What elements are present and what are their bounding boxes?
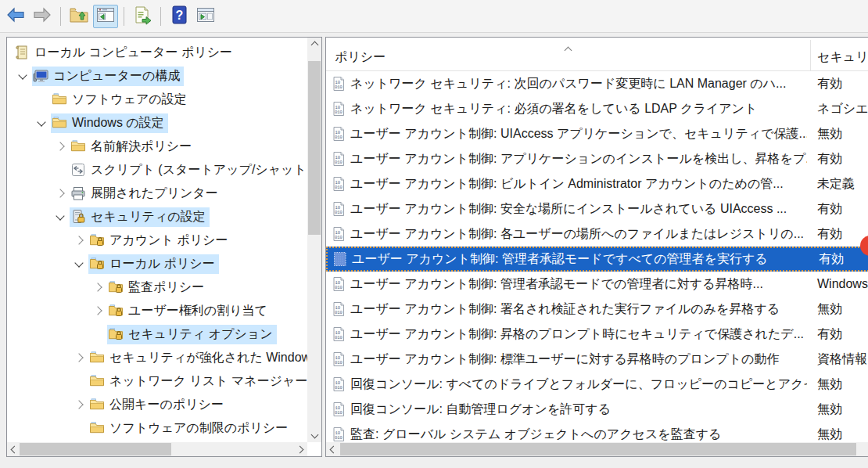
policy-row[interactable]: 10010回復コンソール: 自動管理ログオンを許可する無効 <box>326 397 868 422</box>
policy-row[interactable]: 10010ネットワーク セキュリティ: 必須の署名をしている LDAP クライア… <box>326 96 868 121</box>
policy-security-setting: 資格情報を要求する <box>817 351 868 368</box>
tree-item-label: コンピューターの構成 <box>53 68 180 85</box>
up-one-level-button[interactable] <box>66 5 91 28</box>
tree-item[interactable]: ソフトウェアの設定 <box>7 88 307 111</box>
policy-row[interactable]: ユーザー アカウント制御: 管理者承認モードですべての管理者を実行する有効 <box>326 247 868 272</box>
svg-text:010: 010 <box>335 310 343 315</box>
list-horizontal-scrollbar[interactable] <box>326 442 868 456</box>
folder-icon <box>52 92 67 107</box>
tree-item[interactable]: 公開キーのポリシー <box>7 393 307 416</box>
svg-text:010: 010 <box>335 85 343 90</box>
svg-text:?: ? <box>176 9 184 22</box>
show-console-tree-button[interactable] <box>93 5 118 28</box>
tree-item-label: 公開キーのポリシー <box>109 397 224 413</box>
chevron-right-icon[interactable] <box>88 284 107 290</box>
policy-row[interactable]: 10010ユーザー アカウント制御: 昇格のプロンプト時にセキュリティで保護され… <box>326 322 868 347</box>
show-action-pane-button[interactable] <box>193 5 218 28</box>
policy-row[interactable]: 10010ネットワーク セキュリティ: 次回のパスワード変更時に LAN Man… <box>326 71 868 96</box>
policy-name: ユーザー アカウント制御: 署名され検証された実行ファイルのみを昇格する <box>350 301 807 318</box>
policy-name: ネットワーク セキュリティ: 次回のパスワード変更時に LAN Manager … <box>350 76 807 92</box>
chevron-right-icon[interactable] <box>70 401 88 408</box>
chevron-down-icon[interactable] <box>32 121 51 125</box>
list-hscroll-thumb[interactable] <box>340 443 856 455</box>
policy-row[interactable]: 10010ユーザー アカウント制御: UIAccess アプリケーションで、セキ… <box>326 121 868 146</box>
scroll-left-icon[interactable] <box>7 443 20 455</box>
tree-item[interactable]: ローカル ポリシー <box>7 252 307 275</box>
scroll-left-icon[interactable] <box>326 443 339 455</box>
policy-row[interactable]: 10010ユーザー アカウント制御: 署名され検証された実行ファイルのみを昇格す… <box>326 297 868 322</box>
policy-row[interactable]: 10010ユーザー アカウント制御: 安全な場所にインストールされている UIA… <box>326 196 868 221</box>
policy-row[interactable]: 10010ユーザー アカウント制御: 各ユーザーの場所へのファイルまたはレジスト… <box>326 221 868 247</box>
policy-icon: 10010 <box>331 301 346 317</box>
tree-vertical-scrollbar[interactable] <box>307 38 321 442</box>
policy-name: ユーザー アカウント制御: UIAccess アプリケーションで、セキュリティで… <box>350 126 807 142</box>
chevron-down-icon[interactable] <box>70 262 88 266</box>
tree-item[interactable]: セキュリティが強化された Windows ファイアウォール <box>7 346 307 369</box>
policy-row[interactable]: 10010ユーザー アカウント制御: アプリケーションのインストールを検出し、昇… <box>326 146 868 171</box>
policy-security-setting: 有効 <box>817 201 842 218</box>
tree-item[interactable]: Windows の設定 <box>7 111 307 135</box>
scroll-down-icon[interactable] <box>308 430 321 442</box>
chevron-right-icon[interactable] <box>51 143 70 149</box>
chevron-right-icon[interactable] <box>88 308 107 314</box>
tree-item[interactable]: 名前解決ポリシー <box>7 135 307 158</box>
chevron-down-icon[interactable] <box>51 215 70 219</box>
chevron-right-icon[interactable] <box>70 355 88 361</box>
tree-item[interactable]: スクリプト (スタートアップ/シャットダウン) <box>7 158 307 182</box>
tree-item-label: セキュリティの設定 <box>91 209 206 225</box>
export-list-button[interactable] <box>130 5 155 28</box>
svg-text:010: 010 <box>335 110 343 115</box>
tree-item-selected[interactable]: セキュリティ オプション <box>7 322 307 346</box>
folder-icon <box>89 373 105 389</box>
folder-lock-icon <box>89 232 105 248</box>
column-header-policy[interactable]: ポリシー <box>335 49 386 66</box>
policy-row[interactable]: 10010回復コンソール: すべてのドライブとフォルダーに、フロッピーのコピーと… <box>326 372 868 397</box>
help-button[interactable]: ? <box>167 5 192 28</box>
computer-icon <box>33 68 48 84</box>
tree-item-label: 監査ポリシー <box>128 279 204 296</box>
policy-security-setting: 未定義 <box>817 176 855 193</box>
gpo-scroll-icon <box>14 45 30 60</box>
folder-lock-icon <box>89 256 105 272</box>
policy-icon: 10010 <box>331 151 346 167</box>
tree-item[interactable]: 監査ポリシー <box>7 275 307 299</box>
policy-row[interactable]: 10010監査: グローバル システム オブジェクトへのアクセスを監査する無効 <box>326 422 868 442</box>
tree-item[interactable]: セキュリティの設定 <box>7 205 307 229</box>
tree-item[interactable]: コンピューターの構成 <box>7 64 307 88</box>
chevron-down-icon[interactable] <box>13 74 32 78</box>
tree-item-label: ローカル ポリシー <box>109 256 215 272</box>
chevron-right-icon[interactable] <box>70 237 88 243</box>
policy-row[interactable]: 10010ユーザー アカウント制御: ビルトイン Administrator ア… <box>326 171 868 196</box>
tree-item[interactable]: ソフトウェアの制限のポリシー <box>7 416 307 440</box>
tree-item[interactable]: アカウント ポリシー <box>7 229 307 252</box>
tree-item[interactable]: ローカル コンピューター ポリシー <box>7 41 307 64</box>
policy-security-setting: 有効 <box>817 226 842 243</box>
policy-name: ユーザー アカウント制御: 標準ユーザーに対する昇格時のプロンプトの動作 <box>350 351 807 368</box>
policy-name: ユーザー アカウント制御: 安全な場所にインストールされている UIAccess… <box>350 201 807 218</box>
tree-hscroll-thumb[interactable] <box>20 443 171 455</box>
folder-lock-icon <box>108 326 124 342</box>
tree-item[interactable]: 展開されたプリンター <box>7 182 307 205</box>
policy-name: ユーザー アカウント制御: アプリケーションのインストールを検出し、昇格をプ..… <box>350 151 807 167</box>
tree-item[interactable]: ユーザー権利の割り当て <box>7 299 307 322</box>
column-header-security-setting[interactable]: セキュリティの設定 <box>817 49 868 66</box>
svg-text:010: 010 <box>335 435 343 441</box>
chevron-right-icon[interactable] <box>51 190 70 196</box>
policy-name: 回復コンソール: 自動管理ログオンを許可する <box>350 401 807 418</box>
back-button[interactable] <box>3 5 28 28</box>
tree-item[interactable]: ネットワーク リスト マネージャー ポリシー <box>7 369 307 393</box>
column-divider[interactable] <box>810 40 811 70</box>
server-lock-icon <box>70 209 86 225</box>
svg-text:010: 010 <box>335 235 343 240</box>
tree-horizontal-scrollbar[interactable] <box>7 442 307 456</box>
forward-button[interactable] <box>30 5 55 28</box>
show-console-tree-icon <box>95 5 116 27</box>
tree-vscroll-thumb[interactable] <box>308 61 321 235</box>
scroll-right-icon[interactable] <box>295 443 307 455</box>
policy-row[interactable]: 10010ユーザー アカウント制御: 標準ユーザーに対する昇格時のプロンプトの動… <box>326 347 868 372</box>
toolbar-separator <box>60 7 61 26</box>
tree-item-label: Windows の設定 <box>72 115 164 131</box>
scroll-up-icon[interactable] <box>308 38 321 50</box>
folder-icon <box>70 139 86 154</box>
policy-row[interactable]: 10010ユーザー アカウント制御: 管理者承認モードでの管理者に対する昇格時.… <box>326 272 868 297</box>
